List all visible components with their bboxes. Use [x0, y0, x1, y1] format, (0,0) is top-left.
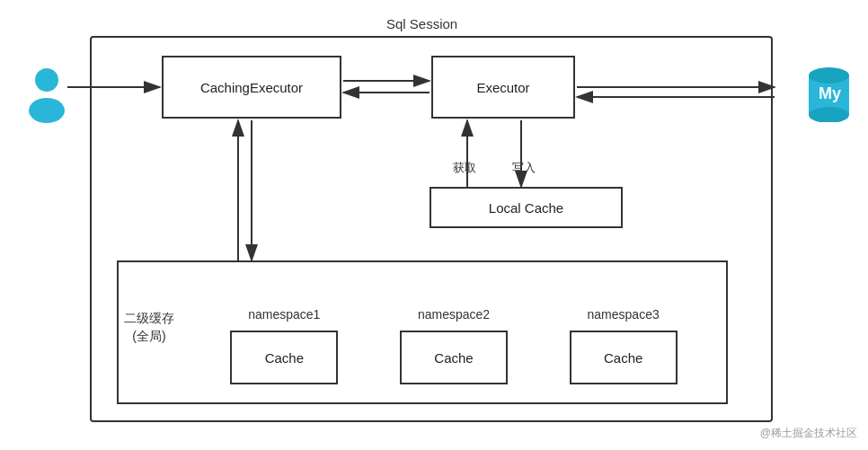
sql-session-label: Sql Session: [386, 16, 457, 31]
namespace3-label: namespace3: [588, 307, 660, 322]
namespace1-cache-box: Cache: [230, 331, 338, 384]
namespace1-label: namespace1: [248, 307, 320, 322]
executor-label: Executor: [476, 80, 529, 95]
second-cache-box: namespace1 Cache namespace2 Cache namesp…: [117, 260, 728, 404]
namespace-container: namespace1 Cache namespace2 Cache namesp…: [119, 262, 726, 402]
svg-point-3: [809, 67, 849, 84]
namespace3-cache-label: Cache: [604, 350, 642, 366]
user-icon: [20, 63, 74, 126]
svg-point-1: [29, 98, 65, 123]
svg-point-0: [35, 68, 58, 92]
diagram-container: Sql Session CachingExecutor Executor Loc…: [0, 0, 868, 450]
executor-box: Executor: [431, 56, 575, 119]
namespace2-cache-box: Cache: [400, 331, 508, 384]
namespace2-cache-label: Cache: [434, 350, 473, 366]
caching-executor-box: CachingExecutor: [162, 56, 341, 119]
namespace2-label: namespace2: [418, 307, 490, 322]
svg-text:My: My: [819, 84, 841, 102]
namespace1-item: namespace1 Cache: [230, 307, 338, 384]
caching-executor-label: CachingExecutor: [200, 80, 303, 95]
write-label: 写入: [512, 160, 536, 176]
local-cache-box: Local Cache: [430, 187, 623, 228]
second-cache-label: 二级缓存 (全局): [124, 310, 174, 345]
local-cache-label: Local Cache: [489, 200, 563, 216]
watermark: @稀土掘金技术社区: [760, 426, 857, 441]
namespace2-item: namespace2 Cache: [400, 307, 508, 384]
get-label: 获取: [453, 160, 476, 176]
mysql-icon: My: [802, 59, 855, 122]
namespace3-cache-box: Cache: [570, 331, 678, 384]
namespace1-cache-label: Cache: [265, 350, 304, 366]
namespace3-item: namespace3 Cache: [570, 307, 678, 384]
